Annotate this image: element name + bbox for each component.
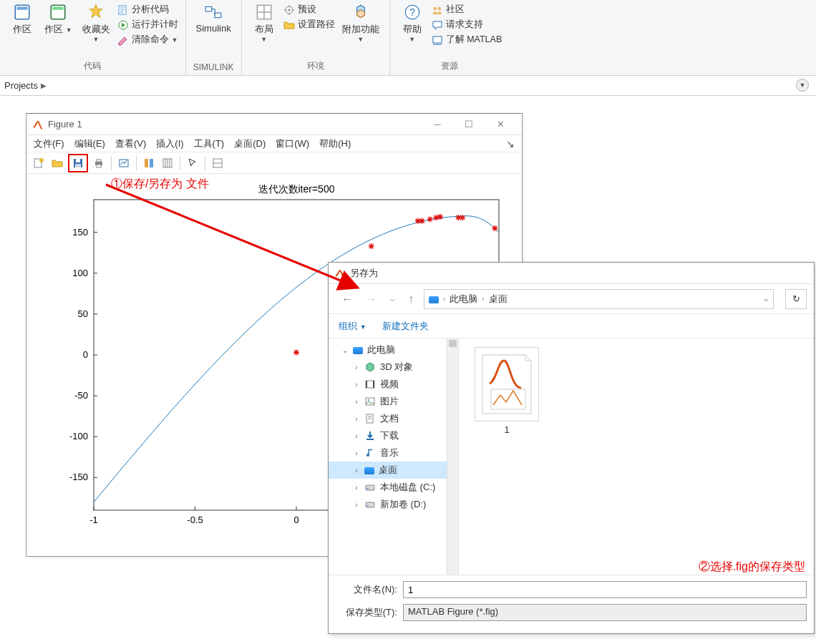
tree-item[interactable]: ›文档 (329, 410, 458, 427)
menu-overflow-icon[interactable]: ↘ (506, 138, 515, 150)
link-data-icon[interactable] (141, 155, 157, 171)
tree-item[interactable]: ›3D 对象 (329, 358, 458, 376)
analyze-code-button[interactable]: 分析代码 (116, 3, 180, 16)
workspace-button-2[interactable]: 作区 ▼ (40, 1, 77, 37)
tree-item[interactable]: ›图片 (329, 393, 458, 410)
disk-icon (364, 482, 376, 493)
group-label-code: 代码 (84, 59, 101, 75)
workspace-button-1[interactable]: 作区 (6, 1, 39, 37)
pc-icon (429, 296, 439, 303)
ribbon-group-env: 布局 ▼ 预设 设置路径 附加功能 ▼ 环境 (242, 0, 390, 75)
addon-button[interactable]: 附加功能 ▼ (338, 1, 384, 44)
svg-rect-107 (366, 381, 367, 388)
learn-matlab-button[interactable]: 了解 MATLAB (430, 33, 504, 47)
save-form: ②选择.fig的保存类型 文件名(N): 保存类型(T): MATLAB Fig… (329, 575, 814, 633)
svg-point-20 (39, 158, 44, 162)
maximize-button[interactable]: ☐ (453, 114, 485, 135)
path-folder[interactable]: 桌面 (489, 293, 507, 306)
set-path-button[interactable]: 设置路径 (282, 18, 336, 31)
nav-recent-button[interactable]: ⌵ (387, 294, 398, 303)
cube-icon (364, 361, 376, 373)
save-icon[interactable] (68, 154, 88, 172)
svg-text:迭代次数iter=500: 迭代次数iter=500 (258, 183, 335, 195)
menu-window[interactable]: 窗口(W) (276, 137, 309, 150)
favorites-button[interactable]: 收藏夹 ▼ (78, 1, 115, 44)
clear-commands-button[interactable]: 清除命令 ▼ (116, 33, 180, 47)
plot-catalog-icon[interactable] (210, 155, 225, 171)
menu-desktop[interactable]: 桌面(D) (234, 137, 266, 150)
svg-text:0: 0 (83, 349, 88, 360)
filename-label: 文件名(N): (336, 583, 397, 596)
filename-input[interactable] (403, 581, 807, 598)
path-dropdown-icon[interactable]: ⌵ (764, 294, 769, 303)
folder-tree[interactable]: ⌄此电脑 ›3D 对象 ›视频 ›图片 ›文档 ›下载 ›音乐 ›桌面 ›本地磁… (329, 338, 459, 575)
minimize-button[interactable]: ─ (422, 114, 453, 135)
help-button[interactable]: ? 帮助 ▼ (396, 1, 429, 44)
ribbon-group-code: 作区 作区 ▼ 收藏夹 ▼ 分析代码 运行并计时 清除命令 ▼ 代码 (0, 0, 186, 75)
tree-item-selected[interactable]: ›桌面 (329, 462, 458, 479)
organize-button[interactable]: 组织 ▼ (339, 320, 366, 333)
preset-button[interactable]: 预设 (282, 3, 336, 16)
request-support-button[interactable]: 请求支持 (430, 18, 504, 31)
layout-button[interactable]: 布局 ▼ (248, 1, 281, 44)
desktop-icon (364, 467, 374, 474)
matlab-logo-icon (334, 268, 346, 279)
refresh-button[interactable]: ↻ (785, 289, 807, 309)
menu-file[interactable]: 文件(F) (34, 137, 64, 150)
tree-item[interactable]: ›本地磁盘 (C:) (329, 479, 458, 496)
new-folder-button[interactable]: 新建文件夹 (382, 320, 429, 333)
insert-colorbar-icon[interactable] (160, 155, 175, 171)
breadcrumb[interactable]: Projects ▶ ▼ (0, 76, 816, 96)
path-root[interactable]: 此电脑 (450, 293, 477, 306)
close-button[interactable]: ✕ (485, 114, 516, 135)
tree-item[interactable]: ›下载 (329, 427, 458, 444)
tree-item[interactable]: ›视频 (329, 376, 458, 393)
nav-back-button[interactable]: ← (339, 293, 356, 306)
figure-titlebar[interactable]: Figure 1 ─ ☐ ✕ (26, 114, 522, 135)
file-pane[interactable]: 1 (459, 338, 814, 575)
menu-tools[interactable]: 工具(T) (194, 137, 225, 150)
tree-scrollbar[interactable] (447, 338, 458, 575)
svg-rect-26 (97, 165, 101, 167)
community-button[interactable]: 社区 (430, 3, 504, 16)
path-breadcrumb[interactable]: › 此电脑 › 桌面 ⌵ (424, 289, 774, 309)
svg-rect-22 (76, 159, 80, 162)
menu-edit[interactable]: 编辑(E) (74, 137, 105, 150)
menu-view[interactable]: 查看(V) (115, 137, 146, 150)
pointer-icon[interactable] (185, 155, 200, 171)
group-label-resources: 资源 (441, 59, 458, 75)
svg-rect-7 (215, 13, 221, 18)
group-label-env: 环境 (307, 59, 324, 75)
run-and-time-button[interactable]: 运行并计时 (116, 18, 180, 31)
svg-text:50: 50 (78, 308, 88, 319)
music-icon (364, 447, 376, 459)
tree-item[interactable]: ›新加卷 (D:) (329, 496, 458, 513)
collapse-button[interactable]: ▼ (796, 79, 809, 92)
figure-menubar: 文件(F) 编辑(E) 查看(V) 插入(I) 工具(T) 桌面(D) 窗口(W… (26, 135, 522, 152)
simulink-button[interactable]: Simulink (192, 1, 235, 35)
disk-icon (364, 499, 376, 510)
nav-up-button[interactable]: ↑ (405, 293, 417, 306)
filetype-select[interactable]: MATLAB Figure (*.fig) (403, 604, 807, 621)
svg-rect-118 (366, 502, 374, 507)
new-figure-icon[interactable] (31, 155, 47, 171)
save-dialog-toolbar: 组织 ▼ 新建文件夹 (329, 314, 814, 338)
menu-insert[interactable]: 插入(I) (156, 137, 183, 150)
nav-forward-button[interactable]: → (363, 293, 380, 306)
tree-root[interactable]: ⌄此电脑 (329, 341, 458, 358)
file-label: 1 (504, 424, 509, 435)
svg-text:?: ? (409, 6, 415, 18)
brush-icon[interactable] (116, 155, 132, 171)
svg-text:-0.5: -0.5 (187, 514, 203, 525)
chevron-right-icon: ▶ (41, 82, 47, 89)
tree-item[interactable]: ›音乐 (329, 444, 458, 462)
svg-rect-25 (97, 160, 101, 162)
open-icon[interactable] (49, 155, 65, 171)
menu-help[interactable]: 帮助(H) (319, 137, 351, 150)
print-icon[interactable] (91, 155, 107, 171)
picture-icon (364, 396, 376, 407)
file-item[interactable]: 1 (467, 347, 546, 435)
svg-rect-6 (205, 6, 212, 11)
breadcrumb-item[interactable]: Projects (4, 80, 38, 91)
save-dialog-titlebar[interactable]: 另存为 (329, 263, 814, 284)
